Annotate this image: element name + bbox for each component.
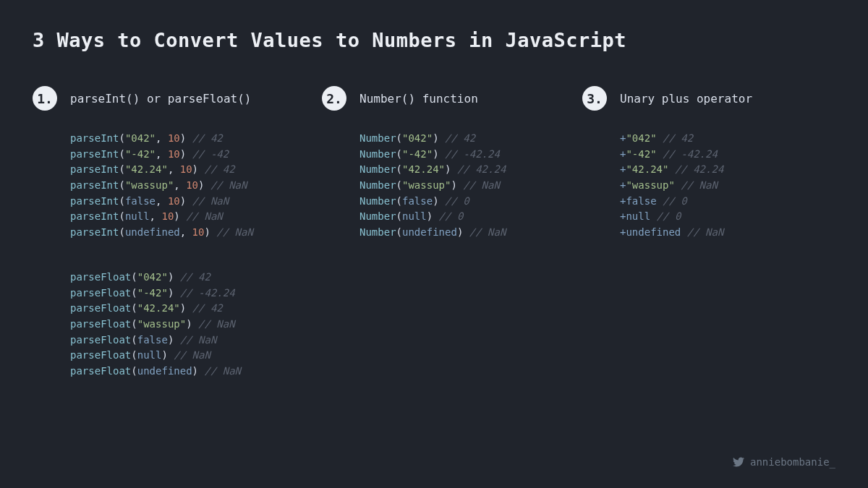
code-line: parseInt("042", 10) // 42 — [70, 131, 307, 147]
code-line: +"42.24" // 42.24 — [620, 162, 785, 178]
section-2: 2. Number() function Number("042") // 42… — [322, 86, 568, 380]
code-line: +false // 0 — [620, 194, 785, 210]
twitter-icon — [733, 456, 744, 468]
code-line: +"wassup" // NaN — [620, 178, 785, 194]
badge-3: 3. — [582, 86, 607, 111]
code-line: parseInt(false, 10) // NaN — [70, 194, 307, 210]
author-handle: anniebombanie_ — [733, 456, 835, 468]
section-title-1: parseInt() or parseFloat() — [70, 92, 251, 106]
columns-container: 1. parseInt() or parseFloat() parseInt("… — [33, 86, 835, 380]
code-line: parseFloat("wassup") // NaN — [70, 317, 307, 333]
code-block-parseint: parseInt("042", 10) // 42parseInt("-42",… — [33, 131, 307, 241]
code-line: +null // 0 — [620, 209, 785, 225]
page-title: 3 Ways to Convert Values to Numbers in J… — [33, 29, 835, 51]
code-line: parseFloat("-42") // -42.24 — [70, 286, 307, 301]
code-line: Number("-42") // -42.24 — [359, 147, 568, 163]
code-line: +"-42" // -42.24 — [620, 147, 785, 163]
code-line: parseInt(undefined, 10) // NaN — [70, 225, 307, 241]
code-line: parseInt("42.24", 10) // 42 — [70, 162, 307, 178]
code-line: parseFloat("42.24") // 42 — [70, 301, 307, 317]
code-line: +"042" // 42 — [620, 131, 785, 147]
code-line: Number(false) // 0 — [359, 194, 568, 210]
section-header: 2. Number() function — [322, 86, 568, 111]
code-line: parseFloat(null) // NaN — [70, 348, 307, 364]
section-header: 3. Unary plus operator — [582, 86, 785, 111]
code-line: parseFloat(undefined) // NaN — [70, 364, 307, 380]
section-header: 1. parseInt() or parseFloat() — [33, 86, 307, 111]
code-line: +undefined // NaN — [620, 225, 785, 241]
code-line: Number(undefined) // NaN — [359, 225, 568, 241]
code-line: Number(null) // 0 — [359, 209, 568, 225]
badge-1: 1. — [33, 86, 57, 111]
section-1: 1. parseInt() or parseFloat() parseInt("… — [33, 86, 307, 380]
code-block-number: Number("042") // 42Number("-42") // -42.… — [322, 131, 568, 241]
code-line: Number("42.24") // 42.24 — [359, 162, 568, 178]
code-line: Number("042") // 42 — [359, 131, 568, 147]
code-line: parseInt("wassup", 10) // NaN — [70, 178, 307, 194]
badge-2: 2. — [322, 86, 346, 111]
code-line: Number("wassup") // NaN — [359, 178, 568, 194]
handle-text: anniebombanie_ — [750, 456, 835, 468]
section-title-3: Unary plus operator — [620, 92, 752, 106]
code-block-unaryplus: +"042" // 42+"-42" // -42.24+"42.24" // … — [582, 131, 785, 241]
section-3: 3. Unary plus operator +"042" // 42+"-42… — [582, 86, 785, 380]
code-block-parsefloat: parseFloat("042") // 42parseFloat("-42")… — [33, 270, 307, 380]
section-title-2: Number() function — [359, 92, 478, 106]
code-line: parseFloat(false) // NaN — [70, 333, 307, 348]
code-line: parseFloat("042") // 42 — [70, 270, 307, 286]
code-line: parseInt(null, 10) // NaN — [70, 209, 307, 225]
code-line: parseInt("-42", 10) // -42 — [70, 147, 307, 163]
